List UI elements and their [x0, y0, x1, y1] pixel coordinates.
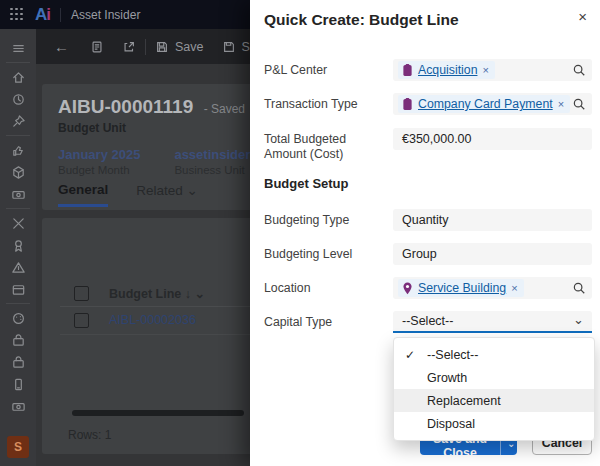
- location-pin-icon: [402, 282, 413, 295]
- total-budgeted-amount-input[interactable]: €350,000.00: [393, 128, 592, 150]
- recent-icon[interactable]: [0, 88, 36, 110]
- budgeting-type-input[interactable]: Quantity: [393, 209, 592, 231]
- pinned-icon[interactable]: [0, 110, 36, 132]
- chevron-down-icon: ⌄: [194, 287, 204, 301]
- remove-icon[interactable]: ×: [558, 98, 564, 110]
- pnl-center-entity-icon: [402, 64, 413, 77]
- divider: [6, 62, 30, 63]
- row-checkbox[interactable]: [74, 313, 89, 328]
- record-id: AIBU-00001119: [58, 96, 193, 117]
- field-label: Transaction Type: [264, 97, 390, 112]
- chevron-down-icon: ⌄: [573, 312, 584, 327]
- maintenance-icon[interactable]: [0, 212, 36, 234]
- field-value: Group: [398, 247, 437, 261]
- lookup-record-link[interactable]: Acquisition: [418, 63, 477, 77]
- option-disposal[interactable]: Disposal: [394, 412, 594, 435]
- field-value: Quantity: [398, 213, 449, 227]
- field-capital-type: Capital Type * --Select-- ⌄: [264, 311, 592, 333]
- pnl-center-lookup[interactable]: Acquisition ×: [393, 59, 592, 81]
- horizontal-scrollbar[interactable]: [72, 410, 244, 416]
- location-lookup[interactable]: Service Building ×: [393, 277, 592, 299]
- budget-line-link[interactable]: AIBL-00002036: [109, 313, 196, 327]
- field-budgeting-level: Budgeting Level * Group: [264, 243, 592, 265]
- search-icon[interactable]: [572, 281, 586, 299]
- devices-icon[interactable]: [0, 373, 36, 395]
- record-save-status: - Saved: [204, 102, 245, 116]
- header-field-budget-month: January 2025 Budget Month: [58, 147, 140, 176]
- field-label: Budgeting Type: [264, 213, 390, 228]
- currency-value: €350,000.00: [398, 132, 472, 146]
- field-location: Location * Service Building ×: [264, 277, 592, 299]
- form-selector-icon[interactable]: [90, 40, 104, 54]
- procurement-icon[interactable]: [0, 329, 36, 351]
- quality-icon[interactable]: [0, 234, 36, 256]
- field-pnl-center: P&L Center * Acquisition ×: [264, 59, 592, 81]
- option-growth[interactable]: Growth: [394, 366, 594, 389]
- selected-value: --Select--: [398, 314, 453, 328]
- divider: [6, 135, 30, 136]
- back-button[interactable]: ←: [54, 38, 69, 55]
- left-nav-rail: S: [0, 29, 36, 466]
- close-icon[interactable]: ×: [578, 9, 587, 24]
- save-button[interactable]: Save: [155, 40, 204, 54]
- lookup-record-link[interactable]: Company Card Payment: [418, 97, 553, 111]
- waffle-menu-icon[interactable]: [10, 8, 24, 22]
- field-total-budgeted-amount: Total Budgeted Amount (Cost) €350,000.00: [264, 128, 592, 150]
- budget-icon[interactable]: [0, 183, 36, 205]
- budget-month-value[interactable]: January 2025: [58, 147, 140, 162]
- quick-create-dialog: Quick Create: Budget Line × P&L Center *…: [250, 0, 600, 466]
- approvals-icon[interactable]: [0, 139, 36, 161]
- capital-type-dropdown: ✓ --Select-- Growth Replacement Disposal: [393, 337, 595, 441]
- inventory-icon[interactable]: [0, 351, 36, 373]
- select-all-checkbox[interactable]: [74, 286, 89, 301]
- check-icon: ✓: [405, 348, 415, 362]
- tab-related[interactable]: Related ⌄: [136, 182, 198, 207]
- lookup-pill: Service Building ×: [398, 279, 524, 297]
- budget-month-label: Budget Month: [58, 164, 140, 176]
- field-label: Capital Type: [264, 315, 390, 330]
- field-label: P&L Center: [264, 63, 390, 78]
- field-budgeting-type: Budgeting Type * Quantity: [264, 209, 592, 231]
- search-icon[interactable]: [572, 63, 586, 81]
- tab-general[interactable]: General: [58, 182, 108, 207]
- search-icon[interactable]: [572, 97, 586, 115]
- environment-badge[interactable]: S: [7, 436, 29, 458]
- assets-icon[interactable]: [0, 161, 36, 183]
- transaction-type-lookup[interactable]: Company Card Payment ×: [393, 93, 592, 115]
- remove-icon[interactable]: ×: [511, 282, 517, 294]
- field-transaction-type: Transaction Type * Company Card Payment …: [264, 93, 592, 115]
- divider: [6, 303, 30, 304]
- divider: [6, 208, 30, 209]
- form-tabs: General Related ⌄: [58, 182, 198, 207]
- option-replacement[interactable]: Replacement: [394, 389, 594, 412]
- column-budget-line[interactable]: Budget Line ↓ ⌄: [109, 286, 205, 301]
- budgeting-level-input[interactable]: Group: [393, 243, 592, 265]
- sort-desc-icon: ↓: [185, 287, 191, 301]
- collapse-nav-icon[interactable]: [0, 37, 36, 59]
- lookup-pill: Acquisition ×: [398, 61, 495, 79]
- dialog-title: Quick Create: Budget Line: [264, 11, 459, 29]
- field-label: Total Budgeted Amount (Cost): [264, 132, 390, 163]
- row-count: Rows: 1: [68, 428, 111, 442]
- divider: [145, 39, 146, 55]
- app-name: Asset Insider: [71, 8, 140, 22]
- home-icon[interactable]: [0, 66, 36, 88]
- finance-icon[interactable]: [0, 395, 36, 417]
- news-icon[interactable]: [0, 278, 36, 300]
- asset-insider-logo: Ai: [35, 5, 50, 25]
- section-budget-setup: Budget Setup: [264, 176, 349, 191]
- transaction-type-entity-icon: [402, 98, 413, 111]
- lookup-pill: Company Card Payment ×: [398, 95, 570, 113]
- chevron-down-icon: ⌄: [187, 183, 198, 198]
- option-select[interactable]: ✓ --Select--: [394, 343, 594, 366]
- divider: [60, 8, 61, 22]
- design-icon[interactable]: [0, 307, 36, 329]
- remove-icon[interactable]: ×: [482, 64, 488, 76]
- capital-type-select[interactable]: --Select-- ⌄: [393, 311, 592, 333]
- field-label: Location: [264, 281, 390, 296]
- popout-icon[interactable]: [122, 40, 136, 54]
- lookup-record-link[interactable]: Service Building: [418, 281, 506, 295]
- incidents-icon[interactable]: [0, 256, 36, 278]
- field-label: Budgeting Level: [264, 247, 390, 262]
